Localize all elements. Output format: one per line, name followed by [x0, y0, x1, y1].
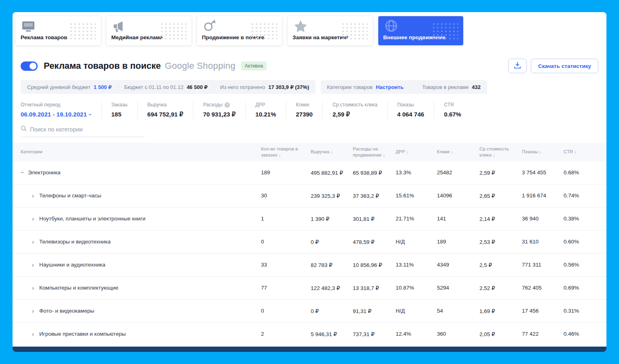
category-name: Телефоны и смарт-часы: [39, 193, 101, 199]
stat-value: 0.67%: [444, 111, 461, 118]
column-label: ДРР: [396, 149, 405, 154]
products-in-ads: Товаров в рекламе 432: [416, 84, 481, 90]
row-value: 0.74%: [564, 193, 598, 199]
table-row[interactable]: › Компьютеры и комплектующие 77 122 482,…: [13, 277, 606, 300]
help-icon[interactable]: ?: [225, 102, 230, 108]
column-header-products-in-orders[interactable]: Кол-во товаров в заказах↓: [261, 146, 311, 158]
column-header-categories[interactable]: Категории: [21, 149, 261, 155]
column-label: Показы: [522, 149, 538, 154]
row-value: 0.38%: [564, 216, 598, 222]
row-value: 2,14 ₽: [479, 216, 522, 222]
row-value: 10 856,96 ₽: [353, 262, 396, 268]
row-chevron-icon[interactable]: ›: [32, 193, 34, 199]
sort-desc-icon[interactable]: ↓: [406, 149, 409, 154]
row-chevron-icon[interactable]: ›: [32, 239, 34, 245]
tab-bar: Реклама товаров Медийная реклама Продвиж…: [13, 12, 606, 49]
row-value: 12.4%: [396, 331, 437, 337]
stat-report-period[interactable]: Отчетный период 06.09.2021 - 19.10.2021›: [21, 101, 102, 119]
stat-avg-click-cost: Ср.стоимость клика 2,59 ₽: [323, 101, 388, 119]
stat-label: Выручка: [147, 102, 183, 108]
table-row[interactable]: › Телефоны и смарт-часы 30 239 325,3 ₽ 3…: [13, 184, 606, 207]
row-value: 13.3%: [396, 169, 437, 176]
sort-desc-icon[interactable]: ↓: [331, 149, 333, 154]
configure-link[interactable]: Настроить: [376, 84, 403, 90]
row-value: 2,59 ₽: [479, 169, 522, 176]
category-name: Фото- и видеокамеры: [39, 308, 94, 314]
row-value: 0.46%: [564, 331, 598, 337]
table-header: Категории Кол-во товаров в заказах↓ Выру…: [13, 143, 606, 161]
column-label: Категории: [21, 149, 42, 154]
tab-label: Медийная реклама: [111, 34, 163, 40]
row-value: 2,52 ₽: [479, 285, 522, 291]
budget-group-right: Категории товаров Настроить Товаров в ре…: [320, 80, 487, 94]
download-button[interactable]: [508, 59, 527, 73]
tab-marketing-requests[interactable]: Заявки на маркетинг: [288, 16, 373, 45]
column-header-drr[interactable]: ДРР↓: [396, 149, 437, 155]
download-stats-button[interactable]: Скачать статистику: [531, 59, 598, 73]
stat-label-text: Расходы: [203, 102, 223, 108]
row-value: 1: [261, 216, 311, 222]
search-up-icon: [201, 18, 219, 36]
table-row[interactable]: › Фото- и видеокамеры 0 0 ₽ 91,31 ₽ Н/Д …: [13, 300, 606, 323]
category-name: Игровые приставки и компьютеры: [39, 331, 126, 337]
tab-media-ads[interactable]: Медийная реклама: [106, 16, 191, 45]
sort-desc-icon[interactable]: ↓: [493, 152, 495, 157]
table-row[interactable]: › Телевизоры и видеотехника 0 0 ₽ 478,59…: [13, 231, 606, 254]
daily-budget: Средний дневной бюджет 1 500 ₽: [27, 84, 118, 90]
row-chevron-icon[interactable]: ›: [32, 308, 34, 314]
sort-desc-icon[interactable]: ↓: [574, 149, 577, 154]
row-chevron-icon[interactable]: ›: [21, 171, 25, 174]
row-value: 478,59 ₽: [353, 239, 396, 245]
tab-external-promotion[interactable]: Внешнее продвижение: [378, 16, 463, 45]
row-value: 239 325,3 ₽: [311, 193, 353, 199]
campaign-toggle[interactable]: [21, 61, 38, 71]
categories-table: Категории Кол-во товаров в заказах↓ Выру…: [13, 143, 606, 346]
row-value: 33: [261, 262, 311, 268]
sort-desc-icon[interactable]: ↓: [383, 152, 385, 157]
column-label: Расходы на продвижение: [353, 146, 382, 157]
stat-orders: Заказы 185: [102, 101, 138, 119]
column-header-impressions[interactable]: Показы↓: [522, 149, 564, 155]
table-row[interactable]: › Ноутбуки, планшеты и электронные книги…: [13, 207, 606, 231]
row-value: 737,31 ₽: [353, 331, 396, 337]
daily-budget-value[interactable]: 1 500 ₽: [94, 84, 112, 90]
row-value: 0.68%: [564, 169, 598, 176]
table-body: › Электроника 189 495 882,91 ₽ 65 938,89…: [13, 161, 606, 346]
budget-bar: Средний дневной бюджет 1 500 ₽ Бюджет с …: [13, 80, 606, 94]
tab-label: Заявки на маркетинг: [293, 34, 349, 40]
row-chevron-icon[interactable]: ›: [32, 262, 34, 268]
row-chevron-icon[interactable]: ›: [32, 216, 34, 222]
sort-desc-icon[interactable]: ↓: [451, 149, 453, 154]
spent-budget-value: 17 303,9 ₽ (37%): [268, 84, 309, 90]
row-value: 2,05 ₽: [479, 331, 522, 337]
row-value: 37 363,2 ₽: [353, 193, 396, 199]
row-value: 771 311: [522, 262, 564, 268]
row-chevron-icon[interactable]: ›: [32, 331, 34, 337]
sort-desc-icon[interactable]: ↓: [279, 152, 281, 157]
table-row[interactable]: › Наушники и аудиотехника 33 82 783 ₽ 10…: [13, 254, 606, 277]
tab-search-promotion[interactable]: Продвижение в поиске: [197, 16, 282, 45]
status-badge: Активна: [241, 61, 267, 70]
column-header-ctr[interactable]: CTR↓: [564, 149, 598, 155]
row-value: 25482: [437, 169, 479, 176]
budget-label: Средний дневной бюджет: [27, 84, 91, 90]
category-search: [21, 125, 144, 137]
row-value: 0.69%: [564, 285, 598, 291]
column-header-promo-expenses[interactable]: Расходы на продвижение↓: [353, 146, 396, 158]
column-header-avg-click-cost[interactable]: Ср.стоимость клика↓: [479, 146, 522, 158]
column-header-revenue[interactable]: Выручка↓: [311, 149, 353, 155]
row-value: 17 456: [522, 308, 564, 314]
row-value: 2,53 ₽: [479, 239, 522, 245]
sort-desc-icon[interactable]: ↓: [539, 149, 542, 154]
search-input[interactable]: [30, 126, 144, 133]
row-value: 13.11%: [396, 262, 437, 268]
tab-product-ads[interactable]: Реклама товаров: [16, 16, 101, 45]
table-row[interactable]: › Электроника 189 495 882,91 ₽ 65 938,89…: [13, 161, 606, 184]
table-row[interactable]: › Игровые приставки и компьютеры 2 5 946…: [13, 323, 606, 346]
column-header-clicks[interactable]: Клики↓: [437, 149, 479, 155]
row-chevron-icon[interactable]: ›: [32, 285, 34, 291]
search-icon: [21, 125, 27, 133]
report-period-value: 06.09.2021 - 19.10.2021: [21, 111, 87, 118]
category-name: Компьютеры и комплектующие: [39, 285, 119, 291]
row-value: 0.31%: [564, 308, 598, 314]
